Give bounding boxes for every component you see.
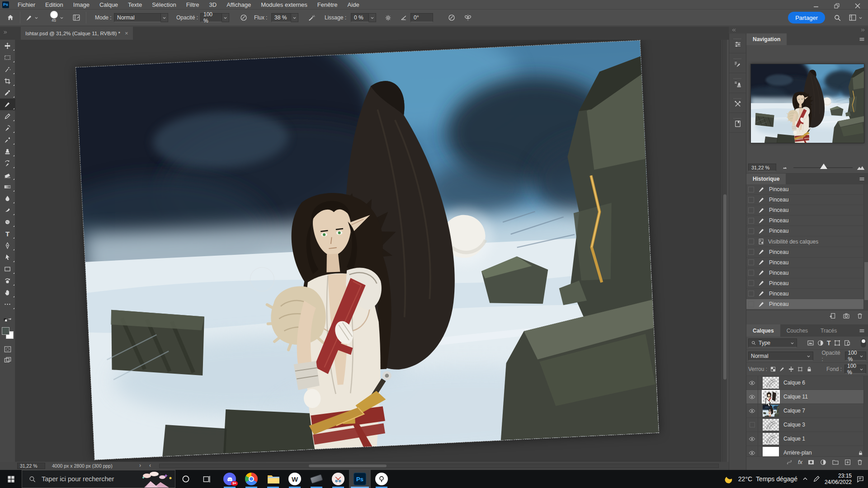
pencil-tool[interactable] (0, 110, 15, 122)
clock[interactable]: 23:15 24/06/2022 (825, 473, 852, 485)
canvas-pasteboard[interactable] (15, 40, 722, 462)
eyedropper-tool[interactable] (0, 87, 15, 99)
layer-visibility-toggle[interactable] (746, 432, 758, 446)
layer-fill-field[interactable]: 100 % (844, 365, 866, 374)
filter-pixel-layers-icon[interactable] (807, 339, 814, 347)
canvas[interactable] (76, 41, 659, 460)
document-tab[interactable]: Ishtar.psd @ 31,2% (Calque 11, RVB/8) * … (21, 27, 133, 40)
smoothing-options-button[interactable] (384, 9, 392, 26)
tab-navigation[interactable]: Navigation (746, 33, 787, 45)
layer-visibility-toggle-off[interactable] (746, 418, 758, 432)
minimize-button[interactable] (806, 0, 826, 12)
new-layer-icon[interactable] (844, 459, 851, 466)
new-group-icon[interactable] (832, 459, 839, 466)
zoom-slider-thumb[interactable] (820, 164, 827, 169)
close-button[interactable] (847, 0, 868, 12)
filter-adjustment-layers-icon[interactable] (817, 339, 824, 347)
new-document-from-state-icon[interactable] (829, 312, 836, 319)
layer-row-calque-1[interactable]: Calque 1 (746, 432, 868, 446)
gradient-tool[interactable] (0, 181, 15, 192)
add-layer-mask-icon[interactable] (807, 459, 815, 466)
home-button[interactable] (6, 9, 14, 26)
lock-position-icon[interactable] (788, 366, 794, 372)
taskbar-app-explorer[interactable] (262, 470, 284, 488)
cortana-button[interactable] (175, 470, 196, 488)
history-source-well[interactable] (748, 301, 754, 307)
foreground-color-swatch[interactable] (2, 327, 9, 335)
flow-select[interactable]: 38 % (271, 9, 298, 26)
layers-scrollbar[interactable] (863, 376, 868, 456)
new-adjustment-layer-icon[interactable] (820, 459, 827, 466)
search-button[interactable] (833, 9, 842, 26)
history-state[interactable]: Pinceau (746, 258, 868, 268)
history-state[interactable]: Pinceau (746, 226, 868, 236)
symmetry-button[interactable] (464, 9, 472, 26)
pen-tool[interactable] (0, 239, 15, 251)
tab-couches[interactable]: Couches (780, 324, 814, 337)
link-layers-icon[interactable] (786, 459, 793, 466)
layer-visibility-toggle[interactable] (746, 390, 758, 404)
menu-texte[interactable]: Texte (123, 0, 147, 9)
taskbar-app-wattpad[interactable]: W (284, 470, 306, 488)
history-source-well[interactable] (748, 270, 754, 276)
layer-blend-mode-select[interactable]: Normal (748, 352, 813, 361)
clone-stamp-tool[interactable] (0, 145, 15, 157)
lock-transparent-icon[interactable] (770, 366, 776, 372)
zoom-slider[interactable] (793, 167, 853, 168)
angle-field[interactable]: 0° (410, 9, 433, 26)
layer-visibility-toggle[interactable] (746, 376, 758, 389)
screen-mode-icon[interactable] (4, 356, 12, 364)
layer-row-calque-11[interactable]: Calque 11 (746, 390, 868, 404)
history-source-well[interactable] (748, 197, 754, 203)
menu-fen-tre[interactable]: Fenêtre (312, 0, 343, 9)
history-source-well[interactable] (748, 239, 754, 244)
history-source-well[interactable] (748, 249, 754, 255)
menu-edition[interactable]: Edition (40, 0, 68, 9)
menu-modules-externes[interactable]: Modules externes (256, 0, 312, 9)
action-center-icon[interactable] (856, 475, 864, 483)
history-brush-tool[interactable] (0, 157, 15, 169)
taskbar-app-notes[interactable] (306, 470, 327, 488)
history-state[interactable]: Pinceau (746, 205, 868, 216)
panel-menu-icon[interactable] (859, 327, 865, 334)
vertical-scrollbar[interactable] (722, 40, 727, 462)
navigator-preview[interactable] (746, 45, 868, 162)
menu-s-lection[interactable]: Sélection (147, 0, 181, 9)
rectangle-tool[interactable] (0, 263, 15, 275)
delete-state-icon[interactable] (856, 312, 863, 319)
filter-type-layers-icon[interactable]: T (827, 339, 831, 347)
history-source-well[interactable] (748, 187, 754, 192)
layer-effects-icon[interactable]: fx (798, 459, 802, 465)
taskbar-search[interactable]: Taper ici pour rechercher (22, 470, 175, 488)
panel-tools-button[interactable] (729, 93, 746, 113)
tab-close-icon[interactable]: × (125, 30, 128, 37)
history-source-well[interactable] (748, 228, 754, 234)
blend-mode-select[interactable]: Normal (114, 9, 168, 26)
type-tool[interactable]: T (0, 228, 15, 239)
history-state[interactable]: Pinceau (746, 247, 868, 258)
flow-pressure-button[interactable] (448, 9, 456, 26)
history-source-well[interactable] (748, 207, 754, 213)
toolbar-collapse-icon[interactable] (3, 30, 8, 35)
marquee-tool[interactable] (0, 52, 15, 63)
layer-visibility-toggle[interactable] (746, 446, 758, 456)
lock-artboard-icon[interactable] (797, 366, 803, 372)
opacity-select[interactable]: 100 % (200, 9, 229, 26)
taskbar-app-snipping[interactable] (327, 470, 349, 488)
dodge-tool[interactable] (0, 204, 15, 216)
history-scrollbar[interactable] (863, 184, 868, 310)
more-tools-tool[interactable] (0, 298, 15, 310)
vertical-scrollbar-thumb[interactable] (723, 194, 726, 380)
restore-button[interactable] (826, 0, 847, 12)
magic-wand-tool[interactable] (0, 63, 15, 75)
quick-mask-icon[interactable] (4, 345, 12, 353)
panel-clone-source-button[interactable] (729, 73, 746, 93)
zoom-out-icon[interactable] (782, 164, 788, 171)
history-state[interactable]: Pinceau (746, 184, 868, 195)
hand-tool[interactable] (0, 286, 15, 298)
menu-image[interactable]: Image (68, 0, 94, 9)
panel-menu-icon[interactable] (859, 36, 865, 43)
pen-icon[interactable] (813, 475, 820, 483)
filter-toggle[interactable] (861, 338, 866, 347)
menu-calque[interactable]: Calque (94, 0, 123, 9)
